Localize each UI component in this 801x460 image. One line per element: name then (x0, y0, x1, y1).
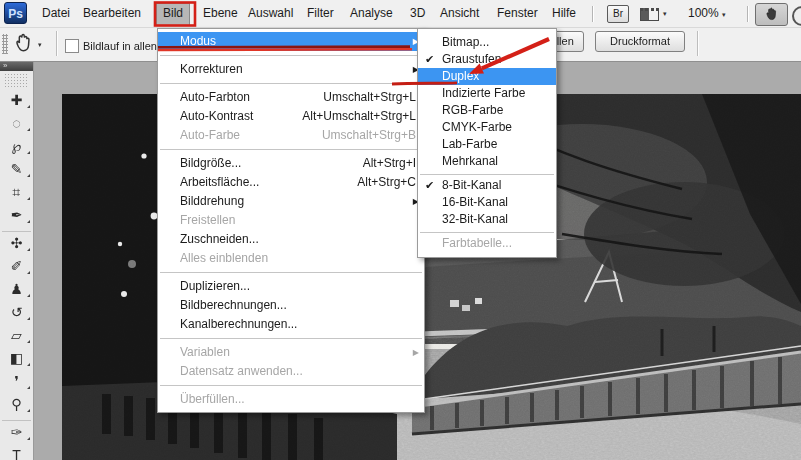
submenu-item-graustufen[interactable]: ✔ Graustufen (418, 51, 556, 68)
menu-item-alles-einblenden: Alles einblenden (158, 249, 424, 268)
submenu-item-8-bit-kanal[interactable]: ✔ 8-Bit-Kanal (418, 177, 556, 194)
elliptical-marquee-tool[interactable]: ◌ (0, 112, 33, 135)
dodge-tool[interactable]: ⚲ (0, 393, 33, 416)
spot-healing-tool[interactable]: ✣ (0, 232, 33, 255)
submenu-item-lab-farbe[interactable]: Lab-Farbe (418, 136, 556, 153)
type-tool[interactable]: T (0, 444, 33, 460)
menu-ansicht[interactable]: Ansicht (434, 3, 485, 24)
tool-panel-grip[interactable] (4, 73, 29, 87)
rotate-view-tool-button[interactable] (792, 6, 801, 26)
tool-panel: » ✚ ◌ ℘ ✎ ⌗ ✒ ✣ ✐ ♟ ↺ ▱ ◧ ❜ ⚲ ✑ T (0, 61, 34, 460)
menu-item-shortcut: Alt+Strg+I (363, 154, 416, 173)
gradient-tool[interactable]: ◧ (0, 347, 33, 370)
menu-item-label: 32-Bit-Kanal (442, 212, 508, 226)
scroll-all-windows-checkbox[interactable] (65, 39, 79, 53)
menu-item-auto-farbe: Auto-Farbe Umschalt+Strg+B (158, 126, 424, 145)
menu-item-label: Bildberechnungen... (180, 298, 287, 312)
hand-tool-button[interactable] (755, 3, 788, 26)
menu-separator (158, 145, 424, 154)
menu-datei[interactable]: Datei (36, 3, 76, 24)
menubar-separator (592, 6, 594, 22)
options-separator (697, 31, 699, 56)
submenu-arrow-icon: ▶ (413, 343, 419, 362)
history-brush-tool[interactable]: ↺ (0, 301, 33, 324)
menu-item-label: Variablen (180, 345, 230, 359)
menu-item-bildberechnungen[interactable]: Bildberechnungen... (158, 296, 424, 315)
menu-item-duplizieren[interactable]: Duplizieren... (158, 277, 424, 296)
options-bar-grip[interactable] (2, 34, 8, 54)
menu-item-auto-farbton[interactable]: Auto-Farbton Umschalt+Strg+L (158, 88, 424, 107)
menu-item-label: Zuschneiden... (180, 232, 259, 246)
menu-item-label: Bilddrehung (180, 194, 244, 208)
options-separator (56, 31, 58, 56)
photoshop-window: Ps Datei Bearbeiten Bild Ebene Auswahl F… (0, 0, 801, 460)
menu-analyse[interactable]: Analyse (344, 3, 399, 24)
menu-item-kanalberechnungen[interactable]: Kanalberechnungen... (158, 315, 424, 334)
modus-submenu-dropdown: Bitmap... ✔ Graustufen Duplex Indizierte… (417, 28, 557, 258)
menu-item-shortcut: Alt+Strg+C (357, 173, 416, 192)
menu-separator (158, 381, 424, 390)
blur-tool[interactable]: ❜ (0, 370, 33, 393)
move-tool[interactable]: ✚ (0, 89, 33, 112)
submenu-item-16-bit-kanal[interactable]: 16-Bit-Kanal (418, 194, 556, 211)
lasso-tool[interactable]: ℘ (0, 135, 33, 158)
collapse-panel-button[interactable]: » (0, 61, 33, 71)
hand-tool-icon (13, 32, 35, 54)
menu-separator (158, 268, 424, 277)
submenu-item-bitmap[interactable]: Bitmap... (418, 34, 556, 51)
menu-item-label: Datensatz anwenden... (180, 364, 303, 378)
menu-bild[interactable]: Bild (156, 3, 190, 26)
menu-item-auto-kontrast[interactable]: Auto-Kontrast Alt+Umschalt+Strg+L (158, 107, 424, 126)
menu-item-modus[interactable]: Modus ▶ (158, 32, 424, 51)
submenu-item-cmyk-farbe[interactable]: CMYK-Farbe (418, 119, 556, 136)
arrange-documents-icon[interactable] (640, 8, 659, 21)
eyedropper-tool[interactable]: ✒ (0, 204, 33, 227)
submenu-item-farbtabelle: Farbtabelle... (418, 235, 556, 252)
menu-hilfe[interactable]: Hilfe (546, 3, 582, 24)
menu-ebene[interactable]: Ebene (197, 3, 244, 24)
clone-stamp-tool[interactable]: ♟ (0, 278, 33, 301)
submenu-item-rgb-farbe[interactable]: RGB-Farbe (418, 102, 556, 119)
menu-item-zuschneiden[interactable]: Zuschneiden... (158, 230, 424, 249)
zoom-level-caret-icon: ▾ (722, 11, 726, 18)
zoom-level-dropdown[interactable]: 100% ▾ (688, 0, 726, 27)
print-size-button[interactable]: Druckformat (595, 31, 685, 52)
quick-selection-tool[interactable]: ✎ (0, 158, 33, 181)
submenu-item-indizierte-farbe[interactable]: Indizierte Farbe (418, 85, 556, 102)
menu-separator (418, 170, 556, 177)
tool-preset-caret-icon[interactable]: ▾ (38, 41, 42, 49)
zoom-level-value: 100% (688, 6, 719, 20)
menu-item-label: Auto-Farbe (180, 128, 240, 142)
menu-item-korrekturen[interactable]: Korrekturen ▶ (158, 60, 424, 79)
menu-bearbeiten[interactable]: Bearbeiten (77, 3, 147, 24)
menu-fenster[interactable]: Fenster (491, 3, 544, 24)
crop-tool[interactable]: ⌗ (0, 181, 33, 204)
brush-tool[interactable]: ✐ (0, 255, 33, 278)
menu-item-label: Kanalberechnungen... (180, 317, 297, 331)
submenu-item-32-bit-kanal[interactable]: 32-Bit-Kanal (418, 211, 556, 228)
submenu-item-mehrkanal[interactable]: Mehrkanal (418, 153, 556, 170)
menu-bar: Ps Datei Bearbeiten Bild Ebene Auswahl F… (0, 0, 801, 28)
menu-3d[interactable]: 3D (404, 3, 431, 24)
launch-bridge-button[interactable]: Br (607, 5, 629, 23)
check-icon: ✔ (425, 177, 434, 194)
eraser-tool[interactable]: ▱ (0, 324, 33, 347)
menu-item-label: 16-Bit-Kanal (442, 195, 508, 209)
menu-item-label: Mehrkanal (442, 154, 498, 168)
submenu-item-duplex[interactable]: Duplex (418, 68, 556, 85)
menu-item-label: Auto-Farbton (180, 90, 250, 104)
menu-item-shortcut: Alt+Umschalt+Strg+L (302, 107, 416, 126)
menu-item-label: 8-Bit-Kanal (442, 178, 501, 192)
menu-auswahl[interactable]: Auswahl (242, 3, 299, 24)
menu-item-datensatz-anwenden: Datensatz anwenden... (158, 362, 424, 381)
menu-item-label: Modus (180, 34, 216, 48)
menu-item-bildgroesse[interactable]: Bildgröße... Alt+Strg+I (158, 154, 424, 173)
photoshop-logo: Ps (4, 2, 27, 24)
menu-item-shortcut: Umschalt+Strg+B (322, 126, 416, 145)
arrange-documents-caret-icon[interactable]: ▾ (663, 10, 667, 18)
menu-item-freistellen: Freistellen (158, 211, 424, 230)
menu-filter[interactable]: Filter (301, 3, 340, 24)
menu-item-arbeitsflaeche[interactable]: Arbeitsfläche... Alt+Strg+C (158, 173, 424, 192)
menu-item-bilddrehung[interactable]: Bilddrehung ▶ (158, 192, 424, 211)
pen-tool[interactable]: ✑ (0, 421, 33, 444)
